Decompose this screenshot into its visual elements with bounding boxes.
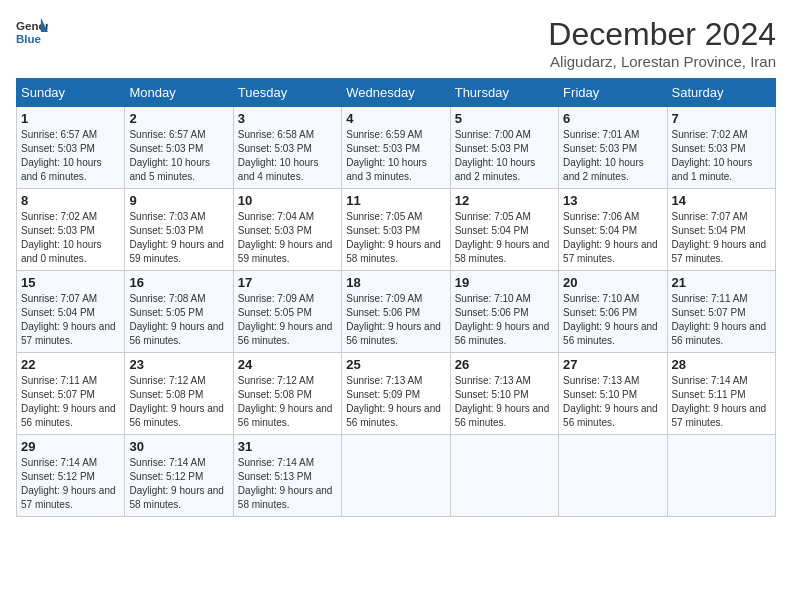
day-number: 12 [455, 193, 554, 208]
calendar-day-cell: 14Sunrise: 7:07 AMSunset: 5:04 PMDayligh… [667, 189, 775, 271]
calendar-day-cell: 21Sunrise: 7:11 AMSunset: 5:07 PMDayligh… [667, 271, 775, 353]
day-info: Sunrise: 7:00 AMSunset: 5:03 PMDaylight:… [455, 128, 554, 184]
day-number: 28 [672, 357, 771, 372]
calendar-day-cell: 28Sunrise: 7:14 AMSunset: 5:11 PMDayligh… [667, 353, 775, 435]
day-info: Sunrise: 7:14 AMSunset: 5:12 PMDaylight:… [129, 456, 228, 512]
calendar-day-cell: 12Sunrise: 7:05 AMSunset: 5:04 PMDayligh… [450, 189, 558, 271]
calendar-day-cell: 27Sunrise: 7:13 AMSunset: 5:10 PMDayligh… [559, 353, 667, 435]
day-number: 2 [129, 111, 228, 126]
calendar-day-cell: 3Sunrise: 6:58 AMSunset: 5:03 PMDaylight… [233, 107, 341, 189]
weekday-header-row: SundayMondayTuesdayWednesdayThursdayFrid… [17, 79, 776, 107]
calendar-day-cell: 8Sunrise: 7:02 AMSunset: 5:03 PMDaylight… [17, 189, 125, 271]
calendar-day-cell: 20Sunrise: 7:10 AMSunset: 5:06 PMDayligh… [559, 271, 667, 353]
day-number: 27 [563, 357, 662, 372]
day-number: 5 [455, 111, 554, 126]
day-info: Sunrise: 7:10 AMSunset: 5:06 PMDaylight:… [563, 292, 662, 348]
weekday-header-tuesday: Tuesday [233, 79, 341, 107]
day-info: Sunrise: 7:11 AMSunset: 5:07 PMDaylight:… [672, 292, 771, 348]
day-info: Sunrise: 7:13 AMSunset: 5:10 PMDaylight:… [455, 374, 554, 430]
day-info: Sunrise: 7:12 AMSunset: 5:08 PMDaylight:… [238, 374, 337, 430]
calendar-day-cell [450, 435, 558, 517]
calendar-week-row: 15Sunrise: 7:07 AMSunset: 5:04 PMDayligh… [17, 271, 776, 353]
day-number: 7 [672, 111, 771, 126]
day-number: 3 [238, 111, 337, 126]
day-number: 1 [21, 111, 120, 126]
calendar-day-cell: 1Sunrise: 6:57 AMSunset: 5:03 PMDaylight… [17, 107, 125, 189]
day-info: Sunrise: 6:57 AMSunset: 5:03 PMDaylight:… [129, 128, 228, 184]
day-info: Sunrise: 7:03 AMSunset: 5:03 PMDaylight:… [129, 210, 228, 266]
calendar-day-cell: 29Sunrise: 7:14 AMSunset: 5:12 PMDayligh… [17, 435, 125, 517]
day-number: 10 [238, 193, 337, 208]
calendar-day-cell [342, 435, 450, 517]
title-block: December 2024 Aligudarz, Lorestan Provin… [548, 16, 776, 70]
calendar-day-cell [667, 435, 775, 517]
day-number: 21 [672, 275, 771, 290]
day-number: 4 [346, 111, 445, 126]
day-info: Sunrise: 7:12 AMSunset: 5:08 PMDaylight:… [129, 374, 228, 430]
calendar-week-row: 8Sunrise: 7:02 AMSunset: 5:03 PMDaylight… [17, 189, 776, 271]
day-number: 31 [238, 439, 337, 454]
calendar-day-cell: 30Sunrise: 7:14 AMSunset: 5:12 PMDayligh… [125, 435, 233, 517]
day-number: 6 [563, 111, 662, 126]
calendar-day-cell: 19Sunrise: 7:10 AMSunset: 5:06 PMDayligh… [450, 271, 558, 353]
day-number: 26 [455, 357, 554, 372]
day-info: Sunrise: 7:07 AMSunset: 5:04 PMDaylight:… [672, 210, 771, 266]
calendar-day-cell: 26Sunrise: 7:13 AMSunset: 5:10 PMDayligh… [450, 353, 558, 435]
location-subtitle: Aligudarz, Lorestan Province, Iran [548, 53, 776, 70]
calendar-day-cell: 24Sunrise: 7:12 AMSunset: 5:08 PMDayligh… [233, 353, 341, 435]
calendar-day-cell: 13Sunrise: 7:06 AMSunset: 5:04 PMDayligh… [559, 189, 667, 271]
calendar-day-cell: 15Sunrise: 7:07 AMSunset: 5:04 PMDayligh… [17, 271, 125, 353]
calendar-day-cell: 11Sunrise: 7:05 AMSunset: 5:03 PMDayligh… [342, 189, 450, 271]
weekday-header-monday: Monday [125, 79, 233, 107]
day-info: Sunrise: 7:09 AMSunset: 5:06 PMDaylight:… [346, 292, 445, 348]
day-number: 8 [21, 193, 120, 208]
day-info: Sunrise: 6:57 AMSunset: 5:03 PMDaylight:… [21, 128, 120, 184]
calendar-day-cell: 18Sunrise: 7:09 AMSunset: 5:06 PMDayligh… [342, 271, 450, 353]
day-number: 13 [563, 193, 662, 208]
calendar-day-cell: 4Sunrise: 6:59 AMSunset: 5:03 PMDaylight… [342, 107, 450, 189]
day-number: 15 [21, 275, 120, 290]
calendar-day-cell: 16Sunrise: 7:08 AMSunset: 5:05 PMDayligh… [125, 271, 233, 353]
day-info: Sunrise: 7:14 AMSunset: 5:11 PMDaylight:… [672, 374, 771, 430]
calendar-day-cell: 22Sunrise: 7:11 AMSunset: 5:07 PMDayligh… [17, 353, 125, 435]
day-number: 17 [238, 275, 337, 290]
day-info: Sunrise: 7:14 AMSunset: 5:12 PMDaylight:… [21, 456, 120, 512]
weekday-header-saturday: Saturday [667, 79, 775, 107]
day-info: Sunrise: 7:07 AMSunset: 5:04 PMDaylight:… [21, 292, 120, 348]
calendar-day-cell: 25Sunrise: 7:13 AMSunset: 5:09 PMDayligh… [342, 353, 450, 435]
day-info: Sunrise: 7:11 AMSunset: 5:07 PMDaylight:… [21, 374, 120, 430]
calendar-day-cell: 7Sunrise: 7:02 AMSunset: 5:03 PMDaylight… [667, 107, 775, 189]
day-info: Sunrise: 7:10 AMSunset: 5:06 PMDaylight:… [455, 292, 554, 348]
calendar-day-cell: 6Sunrise: 7:01 AMSunset: 5:03 PMDaylight… [559, 107, 667, 189]
day-number: 29 [21, 439, 120, 454]
day-number: 14 [672, 193, 771, 208]
svg-text:Blue: Blue [16, 33, 42, 45]
day-number: 24 [238, 357, 337, 372]
day-number: 25 [346, 357, 445, 372]
page-header: General Blue December 2024 Aligudarz, Lo… [16, 16, 776, 70]
calendar-day-cell: 2Sunrise: 6:57 AMSunset: 5:03 PMDaylight… [125, 107, 233, 189]
calendar-week-row: 29Sunrise: 7:14 AMSunset: 5:12 PMDayligh… [17, 435, 776, 517]
weekday-header-thursday: Thursday [450, 79, 558, 107]
day-info: Sunrise: 7:04 AMSunset: 5:03 PMDaylight:… [238, 210, 337, 266]
calendar-week-row: 22Sunrise: 7:11 AMSunset: 5:07 PMDayligh… [17, 353, 776, 435]
day-info: Sunrise: 7:09 AMSunset: 5:05 PMDaylight:… [238, 292, 337, 348]
calendar-day-cell: 17Sunrise: 7:09 AMSunset: 5:05 PMDayligh… [233, 271, 341, 353]
day-number: 18 [346, 275, 445, 290]
day-info: Sunrise: 7:05 AMSunset: 5:03 PMDaylight:… [346, 210, 445, 266]
day-info: Sunrise: 7:14 AMSunset: 5:13 PMDaylight:… [238, 456, 337, 512]
weekday-header-wednesday: Wednesday [342, 79, 450, 107]
day-info: Sunrise: 7:08 AMSunset: 5:05 PMDaylight:… [129, 292, 228, 348]
day-info: Sunrise: 7:13 AMSunset: 5:09 PMDaylight:… [346, 374, 445, 430]
day-number: 11 [346, 193, 445, 208]
calendar-day-cell: 9Sunrise: 7:03 AMSunset: 5:03 PMDaylight… [125, 189, 233, 271]
day-info: Sunrise: 6:59 AMSunset: 5:03 PMDaylight:… [346, 128, 445, 184]
weekday-header-sunday: Sunday [17, 79, 125, 107]
calendar-day-cell: 31Sunrise: 7:14 AMSunset: 5:13 PMDayligh… [233, 435, 341, 517]
day-number: 16 [129, 275, 228, 290]
day-info: Sunrise: 7:05 AMSunset: 5:04 PMDaylight:… [455, 210, 554, 266]
day-number: 23 [129, 357, 228, 372]
calendar-day-cell [559, 435, 667, 517]
day-number: 19 [455, 275, 554, 290]
day-number: 22 [21, 357, 120, 372]
